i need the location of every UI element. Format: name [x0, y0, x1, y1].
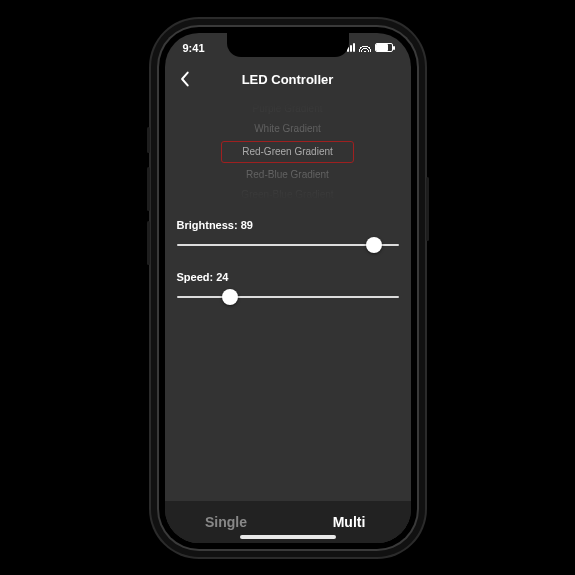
battery-icon: [375, 43, 393, 52]
page-title: LED Controller: [242, 72, 334, 87]
nav-bar: LED Controller: [165, 63, 411, 97]
picker-item[interactable]: Red-Blue Gradient: [246, 167, 329, 183]
content: Purple Gradient White Gradient Red-Green…: [165, 97, 411, 501]
brightness-slider[interactable]: [177, 237, 399, 253]
slider-track: [177, 296, 399, 298]
wifi-icon: [359, 43, 371, 52]
home-indicator[interactable]: [240, 535, 336, 539]
back-button[interactable]: [175, 69, 195, 89]
speed-block: Speed: 24: [177, 271, 399, 305]
mute-switch: [147, 127, 150, 153]
picker-item[interactable]: White Gradient: [254, 121, 321, 137]
screen: 9:41 LED Controller Purple Gradient Whit…: [165, 33, 411, 543]
picker-item[interactable]: Green-Blue Gradient: [241, 187, 333, 201]
speed-label: Speed: 24: [177, 271, 399, 283]
brightness-block: Brightness: 89: [177, 219, 399, 253]
brightness-label: Brightness: 89: [177, 219, 399, 231]
picker-item-selected[interactable]: Red-Green Gradient: [221, 141, 354, 163]
picker-item[interactable]: Purple Gradient: [252, 103, 322, 117]
status-right: [344, 43, 393, 52]
chevron-left-icon: [179, 71, 190, 87]
speed-slider[interactable]: [177, 289, 399, 305]
status-time: 9:41: [183, 42, 205, 54]
volume-up-button: [147, 167, 150, 211]
notch: [227, 33, 349, 57]
power-button: [426, 177, 429, 241]
phone-frame: 9:41 LED Controller Purple Gradient Whit…: [159, 27, 417, 549]
volume-down-button: [147, 221, 150, 265]
slider-thumb[interactable]: [366, 237, 382, 253]
slider-thumb[interactable]: [222, 289, 238, 305]
gradient-picker[interactable]: Purple Gradient White Gradient Red-Green…: [177, 103, 399, 201]
